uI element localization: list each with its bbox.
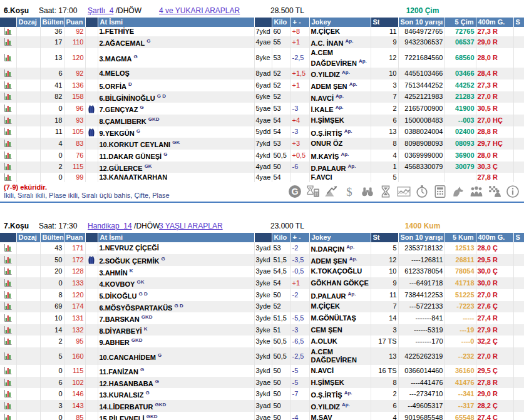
form-stats-icon[interactable] [1,81,15,90]
condition-link[interactable]: Şartlı 4 [88,6,113,15]
last5-surface-cell: 68560 [444,48,476,68]
ganyan-logo-icon[interactable]: G [287,185,302,198]
silk-cell [85,335,98,347]
horse-name-cell: 5.ORFİA D [98,79,254,91]
weight-change-cell: +3 [290,138,309,150]
jockey-cell: A.OLUK [309,335,371,347]
stats-cell [0,412,16,420]
race-category: 3 YAŞLI ARAPLAR [159,222,223,230]
stopwatch-icon[interactable] [414,185,429,198]
form-stats-icon[interactable] [1,128,15,136]
form-stats-icon[interactable] [1,173,15,182]
category-link[interactable]: 4 ve YUKARI ARAPLAR [159,6,240,15]
weight-change-cell: +1 [290,277,309,289]
age-cell: 5ydd [254,126,272,138]
col-dozaj: Dozaj [16,233,40,242]
bulten-cell: 20 [40,266,64,278]
start-box-cell: 10 [371,68,398,79]
form-stats-icon[interactable] [1,38,15,46]
money-icon[interactable]: $ [342,185,357,198]
horse-row: 516010.CANCAHİDEM G3ykd50,5-2,5A.CEM DAĞ… [0,347,524,365]
next-col-cell [513,335,524,347]
bulten-cell: 17 [40,36,64,48]
horse-name-cell: 3.MAGMA G [98,48,254,68]
form-stats-icon[interactable] [1,116,15,125]
son10-cell: 4252121983 [398,91,444,103]
weight-change-cell: -3 [290,126,309,138]
jockey-cell: F.AVCI [309,173,371,182]
next-col-cell [513,48,524,68]
form-graph-icon[interactable] [396,185,411,198]
race-6-header: 6.Koşu Saat: 17:00 Şartlı 4 /DHÖW 4 ve Y… [0,5,524,16]
horse-icon[interactable] [451,185,466,198]
form-stats-icon[interactable] [1,302,15,310]
form-stats-icon[interactable] [1,291,15,299]
form-stats-icon[interactable] [1,267,15,275]
dozaj-cell [16,48,40,68]
last5-surface-cell: 72765 [444,27,476,36]
kilo-cell: 54 [272,173,290,182]
start-box-cell: 4 [371,150,398,161]
son10-cell: --49605317 [398,400,444,412]
jockey-cell: ADEM ŞEN Ap. [309,79,371,91]
form-stats-icon[interactable] [1,326,15,334]
son10-cell: 4225262319 [398,347,444,365]
form-stats-icon[interactable] [1,390,15,398]
form-stats-icon[interactable] [1,379,15,387]
form-stats-icon[interactable] [1,402,15,410]
calculator-icon[interactable] [433,185,448,198]
g400-cell: 27,3 R [476,79,513,91]
form-stats-icon[interactable] [1,69,15,78]
age-cell: 3yad [254,400,272,412]
condition-link[interactable]: Handikap 14 [88,222,132,230]
form-stats-icon[interactable] [1,352,15,361]
next-col-cell [513,324,524,336]
form-stats-icon[interactable] [1,314,15,322]
form-stats-icon[interactable] [1,163,15,171]
kilo-cell: 52 [272,79,290,91]
silk-cell [85,312,98,324]
next-col-cell [513,138,524,150]
form-stats-icon[interactable] [1,256,15,264]
bulten-cell: 0 [40,277,64,289]
info-icon[interactable] [505,185,520,198]
kilo-cell: 50,5 [272,150,290,161]
binoculars-icon[interactable] [360,185,375,198]
form-stats-icon[interactable] [1,367,15,375]
hourglass-icon[interactable] [378,185,393,198]
race-number: 7.Koşu [4,222,29,230]
spectators-icon[interactable] [469,185,484,198]
form-stats-icon[interactable] [1,414,15,420]
form-stats-icon[interactable] [1,140,15,148]
condition-suffix: /DHÖW [113,6,141,15]
next-col-cell [513,377,524,389]
start-box-cell: 6 [371,400,398,412]
kilo-cell: 53 [272,138,290,150]
form-stats-icon[interactable] [1,279,15,287]
silk-cell [85,48,98,68]
bet-calculator-icon[interactable] [306,185,321,198]
stats-cell [0,150,16,161]
bulten-cell: 10 [40,312,64,324]
performance-chart-icon[interactable] [324,185,339,198]
silk-cell [85,266,98,278]
category-link[interactable]: 3 YAŞLI ARAPLAR [159,222,223,230]
kilo-cell: 50 [272,377,290,389]
form-stats-icon[interactable] [1,151,15,160]
puan-cell: 115 [64,161,85,173]
form-stats-icon[interactable] [1,244,15,252]
col-silk [85,18,98,27]
horse-name-cell: 1.FETHİYE [98,27,254,36]
photo-finish-icon[interactable] [487,185,502,198]
form-stats-icon[interactable] [1,337,15,346]
next-col-cell [513,277,524,289]
form-stats-icon[interactable] [1,105,15,113]
col-puan: Puan [64,233,85,242]
race-number: 6.Koşu [4,6,29,15]
form-stats-icon[interactable] [1,93,15,101]
form-stats-icon[interactable] [1,28,15,36]
last5-surface-cell: 41900 [444,103,476,115]
age-cell: 3yde [254,312,272,324]
horse-name-cell: 10.KORKUT CEYLANI GK [98,138,254,150]
form-stats-icon[interactable] [1,54,15,62]
